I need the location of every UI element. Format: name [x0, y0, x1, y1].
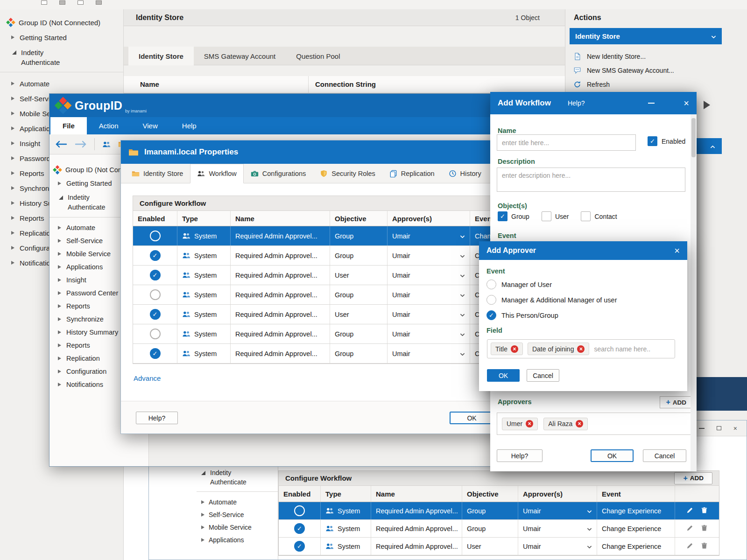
expand-arrow-icon[interactable] — [58, 304, 61, 308]
object-checkbox-group[interactable]: Group — [498, 211, 529, 221]
scrollbar-thumb[interactable] — [691, 118, 696, 157]
expand-arrow-icon[interactable] — [58, 317, 61, 321]
sidebar-item-applications[interactable]: Applications — [197, 533, 278, 546]
enabled-checkbox-checked[interactable] — [150, 348, 161, 359]
cancel-button[interactable]: Cancel — [643, 449, 686, 462]
expand-arrow-icon[interactable] — [11, 246, 14, 250]
menu-action[interactable]: Action — [87, 117, 131, 134]
expand-arrow-icon[interactable] — [58, 330, 61, 334]
chevron-down-icon[interactable] — [460, 252, 465, 259]
scrollbar[interactable] — [691, 114, 697, 471]
expand-arrow-icon[interactable] — [58, 278, 61, 282]
enabled-checkbox-checked[interactable] — [294, 523, 305, 534]
sidebar-item-automate[interactable]: Automate — [0, 76, 123, 91]
chevron-down-icon[interactable] — [587, 543, 592, 550]
expand-arrow-icon[interactable] — [11, 216, 14, 220]
tab-configurations[interactable]: Configurations — [244, 164, 313, 183]
chevron-down-icon[interactable] — [587, 507, 592, 515]
maximize-icon[interactable] — [717, 426, 721, 430]
remove-tag-icon[interactable]: × — [576, 420, 583, 427]
expand-arrow-icon[interactable] — [58, 383, 61, 386]
action-refresh[interactable]: Refresh — [570, 77, 722, 91]
approver-dropdown[interactable]: Umair — [518, 502, 597, 519]
workflow-row[interactable]: SystemRequired Admin Approvel...UserUmai… — [279, 538, 719, 555]
trash-icon[interactable] — [701, 525, 708, 533]
back-arrow-icon[interactable] — [55, 140, 67, 148]
add-user-icon[interactable] — [102, 141, 111, 148]
expand-arrow-icon[interactable] — [58, 357, 61, 360]
edit-icon[interactable] — [686, 542, 693, 551]
approver-dropdown[interactable]: Umair — [388, 266, 470, 285]
enabled-checkbox-unchecked[interactable] — [150, 289, 161, 300]
expand-arrow-icon[interactable] — [58, 265, 61, 269]
expand-arrow-icon[interactable] — [11, 156, 14, 160]
sidebar-item-indetity-authenticate[interactable]: Indetity Authenticate — [0, 48, 123, 67]
ok-button[interactable]: OK — [450, 412, 494, 424]
object-checkbox-user[interactable]: User — [542, 211, 569, 221]
workflow-row[interactable]: SystemRequired Admin Approvel...GroupUma… — [279, 502, 719, 520]
search-input[interactable] — [594, 345, 671, 353]
trash-icon[interactable] — [701, 542, 708, 551]
tab-sms-gateway-account[interactable]: SMS Gateway Account — [194, 47, 286, 65]
sidebar-item-getting-started[interactable]: Getting Started — [0, 30, 123, 45]
expand-arrow-icon[interactable] — [201, 500, 204, 504]
close-icon[interactable]: × — [674, 246, 680, 255]
grid-icon[interactable] — [78, 0, 84, 5]
close-icon[interactable]: × — [684, 98, 689, 108]
help-button[interactable]: Help? — [497, 449, 543, 462]
expand-arrow-icon[interactable] — [11, 126, 14, 130]
close-icon[interactable]: × — [733, 425, 737, 432]
tab-security-roles[interactable]: Security Roles — [313, 164, 382, 183]
help-button[interactable]: Help? — [136, 412, 178, 424]
remove-tag-icon[interactable]: × — [577, 345, 585, 353]
expand-arrow-icon[interactable] — [11, 261, 14, 265]
approver-dropdown[interactable]: Umair — [388, 305, 470, 324]
expand-arrow-icon[interactable] — [58, 182, 61, 185]
ok-button[interactable]: OK — [487, 369, 520, 382]
tab-identity-store[interactable]: Identity Store — [128, 47, 194, 65]
cancel-button[interactable]: Cancel — [527, 369, 559, 382]
minimize-icon[interactable] — [648, 103, 655, 104]
enabled-checkbox-checked[interactable] — [150, 309, 161, 320]
chevron-up-icon[interactable] — [710, 142, 715, 150]
action-new-sms-gateway-account[interactable]: New SMS Gateway Account... — [570, 63, 722, 77]
chevron-down-icon[interactable] — [460, 350, 465, 357]
name-input[interactable] — [497, 134, 636, 151]
expand-arrow-icon[interactable] — [201, 513, 204, 517]
expand-arrow-icon[interactable] — [58, 291, 61, 295]
enabled-checkbox-checked[interactable] — [150, 270, 161, 280]
enabled-checkbox-unchecked[interactable] — [150, 329, 161, 339]
menu-view[interactable]: View — [131, 117, 170, 134]
expand-arrow-icon[interactable] — [11, 141, 14, 145]
radio-manager-of-user[interactable]: Manager of User — [486, 277, 617, 292]
approver-dropdown[interactable]: Umair — [388, 285, 470, 304]
layout-icon[interactable] — [96, 0, 102, 5]
window-icon[interactable] — [41, 0, 47, 5]
radio-this-person-group[interactable]: This Person/Group — [486, 308, 617, 323]
description-input[interactable] — [497, 168, 685, 192]
expand-arrow-icon[interactable] — [201, 538, 204, 542]
radio-manager-additional-manager-of-user[interactable]: Manager & Additional Manager of user — [486, 292, 617, 308]
enabled-checkbox-row[interactable]: Enabled — [648, 136, 685, 146]
approver-dropdown[interactable]: Umair — [518, 520, 597, 537]
add-button[interactable]: +ADD — [674, 472, 712, 484]
expand-arrow-icon[interactable] — [11, 35, 14, 39]
sidebar-item-groupid-root[interactable]: Group ID (Not Connected) — [0, 15, 123, 30]
play-arrow-icon[interactable] — [704, 101, 710, 109]
trash-icon[interactable] — [701, 507, 708, 515]
tab-replication[interactable]: Replication — [382, 164, 442, 183]
minimize-icon[interactable] — [699, 428, 705, 429]
checkbox-unchecked[interactable] — [581, 211, 591, 221]
radio-unselected[interactable] — [486, 280, 496, 289]
expand-arrow-icon[interactable] — [11, 82, 14, 85]
enabled-checkbox-unchecked[interactable] — [294, 505, 305, 516]
advance-link[interactable]: Advance — [134, 374, 161, 382]
remove-tag-icon[interactable]: × — [526, 420, 533, 427]
expand-arrow-icon[interactable] — [58, 252, 61, 256]
actions-section-identity-store[interactable]: Identity Store — [570, 28, 722, 44]
chevron-down-icon[interactable] — [460, 311, 465, 318]
approver-dropdown[interactable]: Umair — [388, 246, 470, 265]
enabled-checkbox[interactable] — [648, 136, 657, 146]
sidebar-item-self-service[interactable]: Self-Service — [197, 508, 278, 521]
approver-dropdown[interactable]: Umair — [388, 226, 470, 245]
